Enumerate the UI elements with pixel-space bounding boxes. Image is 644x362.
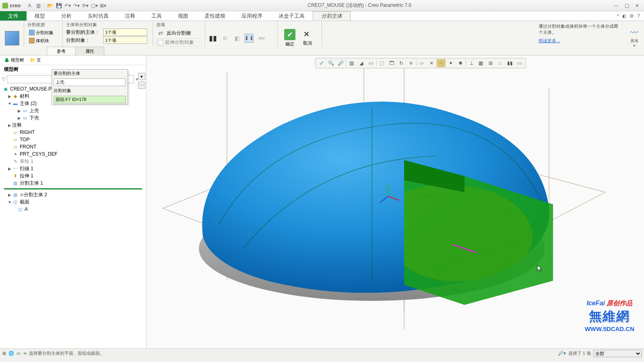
volume-block-button[interactable]: 体积块 [27, 37, 59, 45]
subtab-properties[interactable]: 属性 [75, 47, 104, 55]
tab-live-sim[interactable]: 实时仿真 [80, 11, 117, 21]
tree-csys[interactable]: ✦PRT_CSYS_DEF [0, 150, 146, 158]
tab-apps[interactable]: 应用程序 [233, 11, 270, 21]
split-object-label: 分割对象： [66, 37, 101, 44]
qat-new-icon[interactable]: ▥ [34, 2, 42, 10]
collector-details-icon[interactable]: ⋯ [138, 82, 145, 89]
tab-annotate[interactable]: 注释 [117, 11, 143, 21]
no-preview-icon[interactable]: ⊘ [221, 34, 229, 43]
tree-section-a[interactable]: ◫A [0, 206, 146, 213]
attach-preview-icon[interactable]: ⬇⬇ [245, 34, 254, 43]
body-to-split-label: 要分割的主体： [66, 29, 101, 36]
annotation-display-icon[interactable]: ✱ [456, 59, 465, 67]
help-settings-icon[interactable]: ⚙ [630, 13, 634, 19]
qat-windows-icon[interactable]: ▢▾ [90, 2, 98, 10]
filter-icon[interactable]: ▽ [2, 76, 5, 82]
tree-body-lower[interactable]: ▶▭下壳 [0, 114, 146, 121]
split-body-main-icon[interactable] [5, 31, 19, 45]
tol-icon[interactable]: ⊥ [467, 59, 476, 67]
shading-icon[interactable]: ◢ [357, 59, 366, 67]
extrude-icon: ⬆ [12, 173, 19, 179]
graphics-viewport[interactable]: ⤢ 🔍 🔎 ▨ ◢ ▭ ⬚ 🗔 ↻ ≡ ▱ ✕ ⁘ ✦ ✱ ⊥ ▦ ⊞ ⚠ ▮▮… [147, 56, 644, 348]
tree-tab-folder[interactable]: 📁文 [27, 56, 43, 64]
collector-body-field[interactable]: 上壳 [54, 78, 126, 86]
zoom-in-icon[interactable]: 🔍 [327, 59, 336, 67]
tree-sketch[interactable]: ✎草绘 1 [0, 158, 146, 165]
minimize-button[interactable]: — [612, 2, 621, 9]
tree-split1[interactable]: ▥分割主体 1 [0, 179, 146, 187]
datum-plane-icon[interactable]: ▱ [417, 59, 426, 67]
qat-close-icon[interactable]: ⊠▾ [99, 2, 107, 10]
body-to-split-field[interactable] [103, 29, 147, 36]
tab-icebox[interactable]: 冰盒子工具 [270, 11, 313, 21]
close-button[interactable]: ✕ [633, 2, 642, 9]
qat-regen-icon[interactable]: ⟳▾ [81, 2, 89, 10]
tree-tab-model[interactable]: 🌲模型树 [2, 56, 27, 64]
tree-body-upper[interactable]: ▶▭上壳 [0, 107, 146, 114]
tab-view[interactable]: 视图 [170, 11, 196, 21]
help-icon[interactable]: ? [637, 13, 640, 19]
tab-model[interactable]: 模型 [27, 11, 53, 21]
tree-extrude[interactable]: ⬆拉伸 1 [0, 172, 146, 179]
split-icon: ▥ [12, 192, 19, 197]
maximize-button[interactable]: ▢ [622, 2, 631, 9]
datum-point-icon[interactable]: ⁘ [437, 59, 446, 67]
split-object-field[interactable] [103, 37, 147, 44]
pause2-icon[interactable]: ▮▮ [506, 59, 514, 67]
flip-side-icon[interactable]: ⇄ [156, 29, 165, 37]
saved-view-icon[interactable]: ▭ [367, 59, 376, 67]
layers-icon[interactable]: ≡ [407, 59, 415, 67]
glasses-icon[interactable]: 👓 [257, 34, 266, 43]
tree-plane-front[interactable]: ▱FRONT [0, 143, 146, 150]
grid-icon[interactable]: ▦ [477, 59, 485, 67]
status-arrow-icon: ➔ [23, 351, 27, 356]
file-tab[interactable]: 文件 [0, 11, 27, 21]
tab-flex[interactable]: 柔性建模 [196, 11, 233, 21]
extend-split-checkbox[interactable] [158, 40, 163, 45]
tree-annotations[interactable]: ▶注释 [0, 121, 146, 129]
selection-filter[interactable]: 全部 [593, 350, 642, 357]
spin-icon[interactable]: ↻ [397, 59, 406, 67]
datum-axis-icon[interactable]: ✕ [427, 59, 436, 67]
tree-plane-right[interactable]: ▱RIGHT [0, 129, 146, 136]
pause-icon[interactable]: ▮▮ [208, 34, 217, 43]
sketch-icon: ✎ [12, 158, 19, 164]
split-object-button[interactable]: 分割对象 [27, 29, 59, 37]
tree-split2[interactable]: ▶▥※分割主体 2 [0, 191, 146, 198]
tab-split-body[interactable]: 分割主体 [313, 11, 351, 21]
tree-plane-top[interactable]: ▱TOP [0, 136, 146, 143]
snap-icon[interactable]: ⊞ [486, 59, 495, 67]
status-tree-icon[interactable]: ⊞ [2, 351, 6, 356]
model-tree[interactable]: ▣CREO7_MOUSE.PRT ▶◆材料 ▼▬主体 (2) ▶▭上壳 ▶▭下壳… [0, 84, 146, 348]
status-box-icon[interactable]: ▭ [17, 351, 21, 356]
qat-save-icon[interactable]: 💾 [55, 2, 63, 10]
subtab-reference[interactable]: 参考 [47, 47, 76, 55]
qat-redo-icon[interactable]: ↷▾ [72, 2, 80, 10]
collector-splitobj-field[interactable]: 面组:F7 ID=178 [54, 96, 126, 103]
stop-icon[interactable]: ▭ [515, 59, 524, 67]
title-bar: creo A ▥ 📂 💾 ↶▾ ↷▾ ⟳▾ ▢▾ ⊠▾ CREO7_MOUSE … [0, 0, 644, 11]
qat-font-icon[interactable]: A [25, 2, 33, 10]
warn-icon[interactable]: ⚠ [496, 59, 505, 67]
datum-csys-icon[interactable]: ✦ [446, 59, 455, 67]
refit-icon[interactable]: ⤢ [317, 59, 326, 67]
read-more-link[interactable]: 阅读更多... [539, 38, 622, 44]
zoom-out-icon[interactable]: 🔎 [336, 59, 345, 67]
help-cloud-icon[interactable]: ◐ [622, 13, 626, 19]
verify-icon[interactable]: ◧ [233, 34, 242, 43]
tree-section[interactable]: ▼◫截面 [0, 198, 146, 206]
datum-toggle-icon[interactable]: 〰 [630, 28, 638, 37]
qat-open-icon[interactable]: 📂 [46, 2, 54, 10]
tree-sweep[interactable]: ▶⬳扫描 1 [0, 165, 146, 172]
tab-tools[interactable]: 工具 [143, 11, 170, 21]
qat-undo-icon[interactable]: ↶▾ [64, 2, 72, 10]
repaint-icon[interactable]: ▨ [347, 59, 356, 67]
help-chevron-icon[interactable]: ^ [617, 13, 619, 19]
collector-dropdown-icon[interactable]: ▾ [138, 73, 145, 80]
tree-icon: 🌲 [4, 58, 10, 63]
tab-analysis[interactable]: 分析 [53, 11, 80, 21]
status-globe-icon[interactable]: 🌐 [8, 351, 14, 356]
named-view-icon[interactable]: 🗔 [387, 59, 396, 67]
find-icon[interactable]: 🔎▾ [558, 351, 566, 356]
perspective-icon[interactable]: ⬚ [378, 59, 386, 67]
